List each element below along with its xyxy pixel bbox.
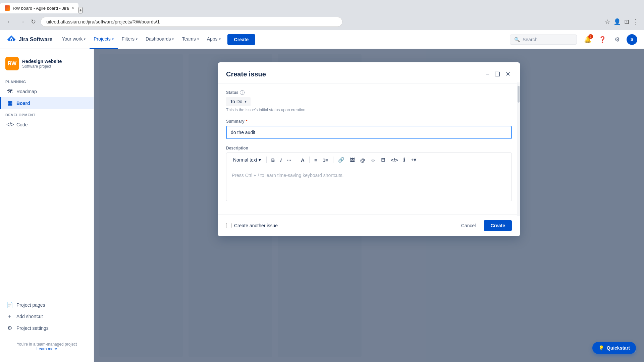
teams-chevron: ▾ — [197, 37, 199, 41]
code-block-button[interactable]: </> — [389, 156, 400, 164]
content-area: Create issue − ❏ ✕ Status — [94, 49, 644, 362]
sidebar-item-add-shortcut[interactable]: + Add shortcut — [0, 311, 94, 322]
add-shortcut-icon: + — [6, 313, 13, 319]
nav-apps[interactable]: Apps ▾ — [203, 30, 225, 49]
settings-icon: ⚙ — [6, 325, 13, 331]
browser-chrome: RW board - Agile board - Jira × + ← → ↻ … — [0, 0, 644, 30]
mention-button[interactable]: @ — [358, 156, 367, 164]
jira-logo-icon — [7, 35, 16, 44]
nav-filters[interactable]: Filters ▾ — [118, 30, 142, 49]
settings-button[interactable]: ⚙ — [612, 34, 623, 45]
nav-your-work[interactable]: Your work ▾ — [58, 30, 90, 49]
project-icon: RW — [5, 57, 19, 70]
notifications-button[interactable]: 🔔 1 — [582, 34, 593, 45]
pages-label: Project pages — [16, 302, 45, 308]
quickstart-button[interactable]: 💡 Quickstart — [592, 342, 636, 354]
nav-projects[interactable]: Projects ▾ — [90, 30, 118, 49]
reload-button[interactable]: ↻ — [30, 17, 37, 27]
top-nav: Jira Software Your work ▾ Projects ▾ Fil… — [0, 30, 644, 49]
summary-field: Summary * — [226, 119, 512, 139]
editor-content[interactable]: Press Ctrl + / to learn time-saving keyb… — [226, 167, 512, 201]
status-field: Status i To Do ▾ This is the issue's ini… — [226, 90, 512, 112]
link-button[interactable]: 🔗 — [336, 156, 346, 164]
modal-scroll-track — [517, 82, 520, 216]
modal-overlay: Create issue − ❏ ✕ Status — [94, 49, 644, 362]
toolbar-separator-4 — [333, 157, 333, 163]
dashboards-chevron: ▾ — [172, 37, 174, 41]
bookmark-button[interactable]: ☆ — [605, 18, 610, 25]
create-button[interactable]: Create — [484, 220, 512, 231]
help-button[interactable]: ❓ — [597, 34, 608, 45]
profile-button[interactable]: 👤 — [613, 18, 621, 25]
search-placeholder: Search — [523, 37, 537, 42]
board-icon: ▦ — [6, 100, 13, 106]
editor-toolbar: Normal text ▾ B I ··· A — [226, 153, 512, 167]
sidebar-item-code[interactable]: </> Code — [0, 119, 94, 130]
status-info-icon: i — [240, 90, 245, 95]
toolbar-separator-2 — [296, 157, 296, 163]
status-dropdown[interactable]: To Do ▾ — [226, 97, 251, 106]
bold-button[interactable]: B — [269, 156, 277, 164]
sidebar-item-roadmap[interactable]: 🗺 Roadmap — [0, 86, 94, 97]
board-label: Board — [16, 101, 30, 106]
more-insert-button[interactable]: +▾ — [409, 156, 418, 164]
sidebar-bottom: 📄 Project pages + Add shortcut ⚙ Project… — [0, 296, 94, 337]
search-icon: 🔍 — [514, 37, 520, 42]
notification-badge: 1 — [588, 34, 593, 39]
more-format-button[interactable]: ··· — [285, 156, 293, 164]
roadmap-icon: 🗺 — [6, 88, 13, 95]
nav-teams[interactable]: Teams ▾ — [178, 30, 203, 49]
table-button[interactable]: ⊟ — [379, 156, 387, 164]
info-button[interactable]: ℹ — [401, 156, 407, 164]
modal-scroll-thumb[interactable] — [518, 86, 520, 103]
roadmap-label: Roadmap — [16, 89, 37, 94]
format-select-label: Normal text — [233, 157, 257, 163]
description-field: Description Normal text ▾ B — [226, 146, 512, 201]
code-icon: </> — [6, 122, 13, 128]
filters-chevron: ▾ — [136, 37, 138, 41]
new-tab-button[interactable]: + — [78, 7, 83, 13]
extensions-button[interactable]: ⊡ — [624, 18, 629, 25]
tab-close-btn[interactable]: × — [71, 6, 74, 10]
modal-title: Create issue — [226, 70, 266, 78]
forward-button[interactable]: → — [17, 17, 26, 27]
nav-dashboards[interactable]: Dashboards ▾ — [142, 30, 178, 49]
text-color-button[interactable]: A — [299, 156, 307, 164]
modal-expand-button[interactable]: ❏ — [493, 69, 501, 79]
address-bar: ← → ↻ ☆ 👤 ⊡ ⋮ — [0, 13, 644, 30]
footer-link[interactable]: Learn more — [37, 347, 57, 351]
sidebar-item-settings[interactable]: ⚙ Project settings — [0, 322, 94, 334]
summary-input[interactable] — [226, 126, 512, 139]
numbered-list-button[interactable]: 1≡ — [321, 156, 330, 164]
tab-favicon — [5, 5, 10, 11]
project-name: Redesign website — [22, 59, 62, 64]
summary-label: Summary * — [226, 119, 512, 124]
create-another-label[interactable]: Create another issue — [226, 223, 278, 228]
emoji-button[interactable]: ☺ — [368, 156, 377, 164]
create-button[interactable]: Create — [227, 34, 256, 45]
back-button[interactable]: ← — [5, 17, 14, 27]
browser-actions: ☆ 👤 ⊡ ⋮ — [605, 18, 639, 25]
url-input[interactable] — [41, 17, 342, 27]
avatar[interactable]: S — [627, 34, 637, 45]
footer-text: You're in a team-managed project — [5, 342, 88, 347]
active-tab[interactable]: RW board - Agile board - Jira × — [0, 3, 78, 13]
toolbar-separator-1 — [266, 157, 267, 163]
sidebar-item-pages[interactable]: 📄 Project pages — [0, 299, 94, 311]
status-label: Status i — [226, 90, 512, 95]
sidebar-footer: You're in a team-managed project Learn m… — [0, 337, 94, 357]
create-another-checkbox[interactable] — [226, 223, 231, 228]
add-shortcut-label: Add shortcut — [16, 314, 43, 319]
modal-minimize-button[interactable]: − — [484, 69, 491, 79]
cancel-button[interactable]: Cancel — [456, 220, 481, 231]
search-box[interactable]: 🔍 Search — [510, 35, 577, 45]
image-button[interactable]: 🖼 — [348, 156, 357, 164]
sidebar-item-board[interactable]: ▦ Board — [0, 97, 94, 109]
more-button[interactable]: ⋮ — [633, 18, 639, 25]
bullet-list-button[interactable]: ≡ — [312, 156, 319, 164]
project-info: Redesign website Software project — [22, 59, 62, 69]
italic-button[interactable]: I — [278, 156, 283, 164]
format-select-chevron: ▾ — [259, 157, 261, 163]
format-select-button[interactable]: Normal text ▾ — [230, 156, 264, 164]
modal-close-button[interactable]: ✕ — [504, 69, 512, 79]
